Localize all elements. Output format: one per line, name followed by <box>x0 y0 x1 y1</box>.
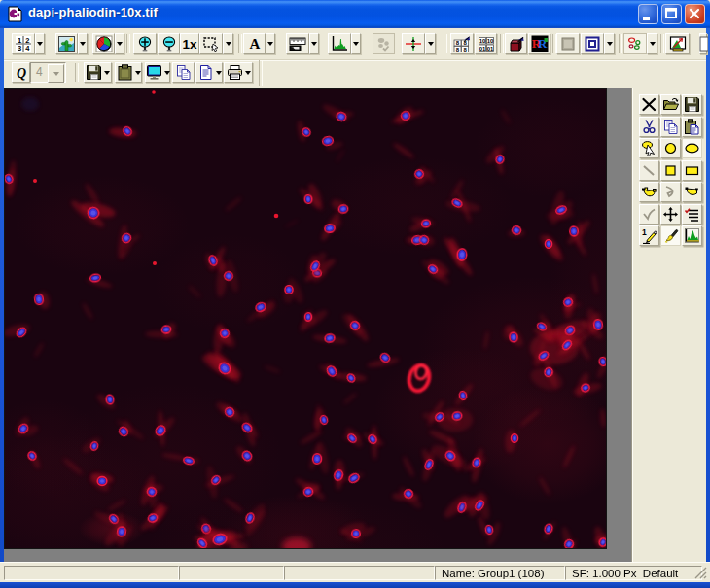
svg-text:01: 01 <box>479 46 485 52</box>
svg-text:A: A <box>249 36 260 52</box>
svg-text:Q: Q <box>16 65 25 80</box>
svg-text:3: 3 <box>18 44 21 52</box>
svg-text:10: 10 <box>479 38 485 44</box>
svg-text:01: 01 <box>486 46 493 52</box>
svg-text:1x: 1x <box>182 37 197 52</box>
svg-text:10: 10 <box>486 38 493 44</box>
svg-text:1: 1 <box>642 227 647 237</box>
